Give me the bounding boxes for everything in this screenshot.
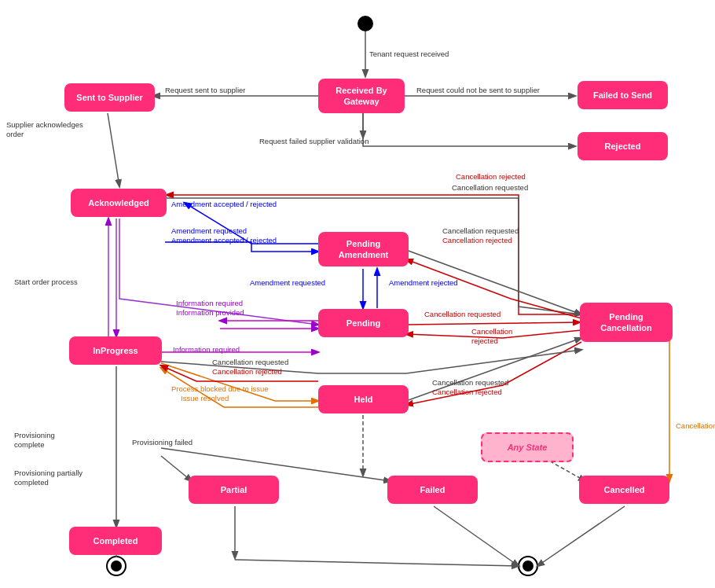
label-info-prov: Information provided [176,308,244,317]
state-label: Held [354,394,373,405]
label-could-not-send: Request could not be sent to supplier [416,86,540,94]
state-any-state: Any State [481,432,574,462]
state-acknowledged: Acknowledged [71,189,167,217]
end-state-right-inner [522,560,534,571]
label-cancel-req1: Cancellation requested [452,183,528,192]
label-cancel-req-held: Cancellation requested [432,378,508,387]
end-state-open-left-inner [111,560,122,571]
state-label: Failed to Send [593,90,652,101]
label-tenant-request: Tenant request received [369,50,449,58]
label-request-sent: Request sent to supplier [165,86,245,94]
state-label: Received By Gateway [324,85,398,108]
state-label: Rejected [605,141,641,152]
start-state [358,16,373,31]
state-inprogress: InProgress [69,336,162,365]
label-cancel-req-pa: Cancellation requested [442,226,519,235]
arrow-failed-to-end [434,506,519,566]
state-failed: Failed [387,476,478,504]
label-req-failed-val: Request failed supplier validation [259,137,368,145]
label-prov-complete: Provisioning [14,431,55,439]
label-cancel-rej-pending: Cancellation [471,327,512,336]
label-proc-blocked: Process blocked due to issue [171,384,269,393]
label-info-req1: Information required [176,299,243,307]
label-prov-partial1: Provisioning partially [14,469,82,477]
state-cancelled: Cancelled [579,476,669,504]
state-sent-to-supplier: Sent to Supplier [64,83,155,112]
label-amend-acc-rej: Amendment accepted / rejected [171,200,277,208]
state-failed-to-send: Failed to Send [578,81,668,109]
label-cancel-rej-pa: Cancellation rejected [442,236,512,244]
state-rejected: Rejected [578,132,668,160]
state-label: InProgress [93,345,138,356]
label-cancel-rej-pending2: rejected [471,336,498,345]
state-label: Any State [508,442,548,453]
label-supplier-ack2: order [6,130,24,138]
label-issue-resolved: Issue resolved [181,394,229,402]
arrow-ip-to-partial [161,456,192,481]
state-label: Partial [221,484,248,495]
label-cancel-accepted: Cancellation accepted [676,421,715,430]
label-prov-complete2: complete [14,440,45,449]
arrow-rbg-to-rejected [363,113,575,146]
label-info-req-ip: Information required [173,345,240,354]
state-label: Sent to Supplier [76,92,142,103]
arrow-pending-to-pc-req [406,322,580,325]
label-cancel-rej-held: Cancellation rejected [432,388,502,396]
label-cancel-req-pending: Cancellation requested [424,310,500,318]
state-received-by-gateway: Received By Gateway [318,79,405,113]
label-cancel-rej1: Cancellation rejected [456,172,526,181]
state-pending: Pending [318,309,409,337]
state-label: PendingCancellation [600,311,651,334]
state-completed: Completed [69,527,162,555]
svg-point-0 [0,0,8,8]
diagram-container: Tenant request received Request sent to … [0,0,715,588]
label-cancel-rej-ip: Cancellation rejected [212,367,282,376]
state-pending-amendment: PendingAmendment [318,232,409,266]
state-label: Acknowledged [88,197,149,208]
label-supplier-ack: Supplier acknowledges [6,120,83,129]
label-prov-failed: Provisioning failed [132,438,192,447]
arrow-partial-to-end-right [235,560,519,566]
arrow-sts-to-ack [108,113,119,186]
label-prov-partial2: completed [14,478,49,487]
state-held: Held [318,385,409,413]
state-label: Failed [420,484,446,495]
label-cancel-req-ip: Cancellation requested [212,358,288,366]
label-amend-rej: Amendment rejected [389,278,458,287]
state-pending-cancellation: PendingCancellation [580,303,673,342]
arrow-cancelled-to-end [537,506,625,566]
label-start-order: Start order process [14,277,78,286]
label-amend-req-down: Amendment requested [250,278,325,287]
label-amend-acc-rej2: Amendment accepted / rejected [171,236,277,244]
state-label: Cancelled [604,484,645,495]
state-label: Completed [94,535,138,546]
state-label: PendingAmendment [339,238,389,261]
state-partial: Partial [189,476,279,504]
state-label: Pending [346,318,380,329]
